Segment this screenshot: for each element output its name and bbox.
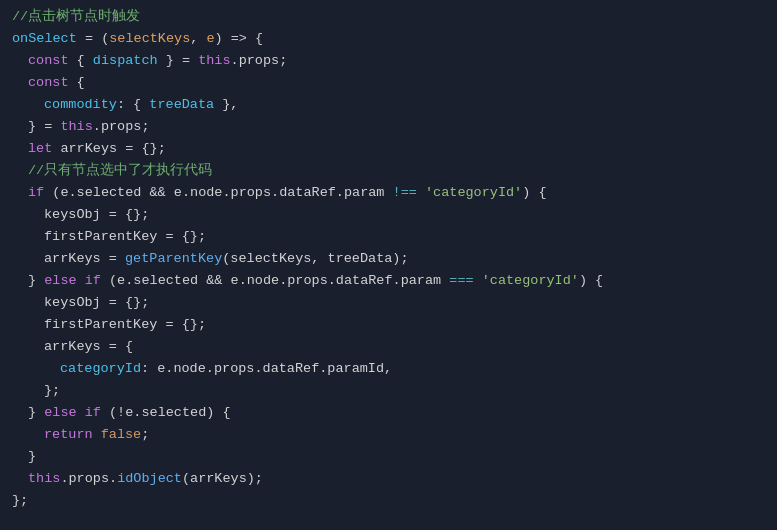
code-line: if (e.selected && e.node.props.dataRef.p… [0,182,777,204]
code-token: (!e.selected) { [101,402,231,424]
code-editor: //点击树节点时触发onSelect = (selectKeys, e) => … [0,0,777,530]
code-token [474,270,482,292]
code-line: } [0,446,777,468]
code-token: : e.node.props.dataRef.paramId, [141,358,392,380]
code-token: idObject [117,468,182,490]
code-token: else if [44,402,101,424]
code-token: categoryId [60,358,141,380]
code-line: let arrKeys = {}; [0,138,777,160]
code-line: categoryId: e.node.props.dataRef.paramId… [0,358,777,380]
code-token: } = [158,50,199,72]
code-token: : { [117,94,149,116]
code-token: === [449,270,473,292]
code-token: !== [393,182,417,204]
code-token: 'categoryId' [482,270,579,292]
code-token: this [198,50,230,72]
code-token: this [60,116,92,138]
code-token: ( [101,28,109,50]
code-token: arrKeys = [44,248,125,270]
code-token: false [101,424,142,446]
code-token: else if [44,270,101,292]
code-token: }; [12,490,28,512]
code-token: firstParentKey = {}; [44,314,206,336]
code-line: this.props.idObject(arrKeys); [0,468,777,490]
code-token: ; [141,424,149,446]
code-line: //点击树节点时触发 [0,6,777,28]
code-token: } = [28,116,60,138]
code-token: treeData [149,94,214,116]
code-token: this [28,468,60,490]
code-token: (e.selected && e.node.props.dataRef.para… [44,182,392,204]
code-token: } [28,446,36,468]
code-token: } [28,270,44,292]
code-token: .props; [93,116,150,138]
code-token: //点击树节点时触发 [12,6,140,28]
code-line: }; [0,490,777,512]
code-line: commodity: { treeData }, [0,94,777,116]
code-token: 'categoryId' [425,182,522,204]
code-token: onSelect [12,28,77,50]
code-line: keysObj = {}; [0,204,777,226]
code-token: ) => { [215,28,264,50]
code-token: { [69,50,93,72]
code-line: arrKeys = getParentKey(selectKeys, treeD… [0,248,777,270]
code-token: = [77,28,101,50]
code-token: if [28,182,44,204]
code-line: } = this.props; [0,116,777,138]
code-token: e [206,28,214,50]
code-line: keysObj = {}; [0,292,777,314]
code-token: keysObj = {}; [44,292,149,314]
code-line: } else if (e.selected && e.node.props.da… [0,270,777,292]
code-token: { [69,72,85,94]
code-token: firstParentKey = {}; [44,226,206,248]
code-line: arrKeys = { [0,336,777,358]
code-token: } [28,402,44,424]
code-token: ) { [579,270,603,292]
code-token: arrKeys = { [44,336,133,358]
code-line: }; [0,380,777,402]
code-token: .props; [231,50,288,72]
code-line: onSelect = (selectKeys, e) => { [0,28,777,50]
code-line: firstParentKey = {}; [0,226,777,248]
code-token: selectKeys [109,28,190,50]
code-token: //只有节点选中了才执行代码 [28,160,212,182]
code-token: }, [214,94,238,116]
code-line: //只有节点选中了才执行代码 [0,160,777,182]
code-token: }; [44,380,60,402]
code-line: return false; [0,424,777,446]
code-token: dispatch [93,50,158,72]
code-token [93,424,101,446]
code-token [417,182,425,204]
code-line: } else if (!e.selected) { [0,402,777,424]
code-token: .props. [60,468,117,490]
code-token: (selectKeys, treeData); [222,248,408,270]
code-token: , [190,28,206,50]
code-line: const { [0,72,777,94]
code-token: const [28,72,69,94]
code-line: firstParentKey = {}; [0,314,777,336]
code-token: getParentKey [125,248,222,270]
code-token: ) { [522,182,546,204]
code-line: const { dispatch } = this.props; [0,50,777,72]
code-token: let [28,138,52,160]
code-token: commodity [44,94,117,116]
code-token: arrKeys = {}; [52,138,165,160]
code-token: return [44,424,93,446]
code-token: keysObj = {}; [44,204,149,226]
code-token: (arrKeys); [182,468,263,490]
code-token: (e.selected && e.node.props.dataRef.para… [101,270,449,292]
code-token: const [28,50,69,72]
